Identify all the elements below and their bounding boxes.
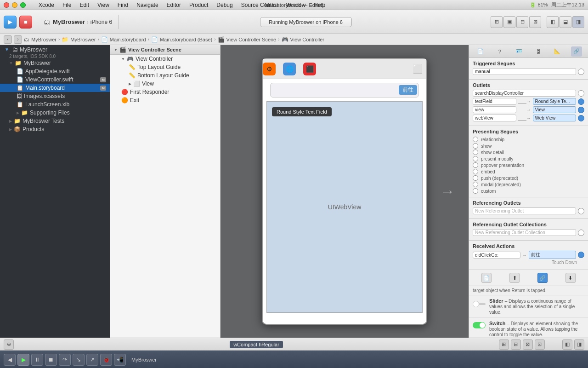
segue-dot[interactable] (473, 162, 478, 168)
library-item-switch[interactable]: Switch – Displays an element showing the… (469, 318, 588, 338)
minimize-btn[interactable] (12, 2, 17, 8)
editor-toggle-assistant[interactable]: ⊟ (516, 16, 528, 28)
menu-debug[interactable]: Debug (213, 1, 236, 9)
nav-forward[interactable]: › (14, 35, 22, 44)
canvas[interactable]: ⚙ 🌐 ⬛ ⬜ 前往 Round Style Text Field (220, 45, 469, 338)
outlet-dot[interactable] (578, 90, 584, 97)
maximize-btn[interactable] (20, 2, 26, 8)
tab-identity[interactable]: 🪪 (514, 46, 525, 57)
outlet-dot-filled[interactable] (578, 107, 584, 113)
segue-dot[interactable] (473, 156, 478, 161)
scene-item-exit[interactable]: 🟠 Exit (110, 96, 220, 104)
scene-item-firstresponder[interactable]: 🔴 First Responder (110, 88, 220, 96)
outlet-dot-filled[interactable] (578, 115, 584, 121)
breadcrumb-6[interactable]: View Controller (290, 37, 324, 42)
sidebar-item-mainstoryboard[interactable]: 📋 Main.storyboard M (0, 84, 110, 92)
segue-dot[interactable] (473, 175, 478, 181)
outlet-dot-filled[interactable] (578, 98, 584, 105)
sidebar-item-appdelegate[interactable]: 📄 AppDelegate.swift (0, 67, 110, 75)
sidebar-root[interactable]: ▼ 🗂 MyBroswer (0, 45, 110, 54)
breadcrumb-5[interactable]: View Controller Scene (226, 37, 277, 42)
panel-bottom-toggle[interactable]: ⬓ (560, 16, 571, 28)
tab-quickhelp[interactable]: ? (494, 46, 505, 57)
segue-dot[interactable] (473, 150, 478, 155)
view-btn-2[interactable]: ⊟ (511, 339, 521, 350)
scene-item-view[interactable]: ▶ ⬜ View (110, 80, 220, 88)
segue-dot[interactable] (473, 188, 478, 194)
view-btn-3[interactable]: ⊠ (523, 339, 533, 350)
referencing-collections-header: Referencing Outlet Collections (473, 222, 584, 227)
sidebar-item-launchscreen[interactable]: 📋 LaunchScreen.xib (0, 100, 110, 109)
size-class-btn[interactable]: wCompact hRegular (230, 341, 283, 348)
stop-button[interactable]: ■ (19, 16, 32, 29)
menu-product[interactable]: Product (186, 1, 212, 9)
view-btn-4[interactable]: ⊡ (535, 339, 545, 350)
go-button[interactable]: 前往 (399, 85, 417, 95)
run-button[interactable]: ▶ (4, 16, 17, 29)
nav-back[interactable]: ‹ (4, 35, 12, 44)
close-btn[interactable] (4, 2, 9, 8)
editor-toggle-standard[interactable]: ▣ (503, 16, 515, 28)
menu-view[interactable]: View (94, 1, 113, 9)
panel-left-toggle[interactable]: ◧ (547, 16, 559, 28)
action-dot[interactable] (578, 252, 584, 258)
inspector-icon-2[interactable]: ⬆ (509, 273, 520, 283)
view-btn-1[interactable]: ⊞ (499, 339, 509, 350)
sidebar-item-tests[interactable]: ▶ 📁 MyBroswer Tests (0, 117, 110, 125)
menu-navigate[interactable]: Navigate (133, 1, 162, 9)
segue-dot[interactable] (473, 137, 478, 142)
tab-attributes[interactable]: 🎛 (532, 46, 543, 57)
sidebar-item-supporting[interactable]: ▶ 📁 Supporting Files (0, 109, 110, 117)
collapse-icon[interactable]: ▼ (114, 48, 118, 52)
bottom-btn-run[interactable]: ▶ (17, 354, 29, 366)
bottom-btn-1[interactable]: ◀ (4, 354, 16, 366)
scene-item-viewcontroller[interactable]: ▼ 🎮 View Controller (110, 55, 220, 63)
bottom-btn-simulate[interactable]: 📲 (114, 354, 126, 366)
editor-toggle-version[interactable]: ⊠ (529, 16, 541, 28)
menu-xcode[interactable]: Xcode (35, 1, 58, 9)
navigator-toggle[interactable]: ⊞ (491, 16, 503, 28)
run-status-label: Running MyBroswer on iPhone 6 (260, 17, 352, 27)
inspector-icon-3-active[interactable]: 🔗 (537, 273, 548, 283)
tab-connections[interactable]: 🔗 (571, 46, 582, 57)
segue-dot[interactable] (473, 143, 478, 149)
library-item-slider[interactable]: Slider – Displays a continuous range of … (469, 295, 588, 318)
menu-editor[interactable]: Editor (163, 1, 185, 9)
breadcrumb-1[interactable]: MyBroswer (31, 37, 57, 42)
bottom-btn-pause[interactable]: ⏸ (31, 354, 43, 366)
breadcrumb-2[interactable]: MyBroswer (70, 37, 96, 42)
new-outlet-dot[interactable] (578, 208, 584, 214)
bottom-btn-debug[interactable]: 🐞 (100, 354, 112, 366)
sidebar-item-mybroswer[interactable]: ▼ 📁 MyBroswer (0, 59, 110, 67)
inspector-icon-1[interactable]: 📄 (481, 273, 492, 283)
bottom-btn-step-out[interactable]: ↗ (86, 354, 98, 366)
tab-file[interactable]: 📄 (475, 46, 486, 57)
segue-dot[interactable] (473, 169, 478, 174)
sidebar-item-images[interactable]: 🖼 Images.xcassets (0, 92, 110, 100)
bottom-btn-step-in[interactable]: ↘ (73, 354, 85, 366)
menu-edit[interactable]: Edit (76, 1, 93, 9)
menu-find[interactable]: Find (114, 1, 132, 9)
segue-manual-dot[interactable] (578, 69, 584, 75)
triggered-segues-section: Triggered Segues manual (469, 58, 588, 80)
connector-arrow: ⎯⎯⎯→ (518, 115, 531, 121)
inspector-icon-4[interactable]: ⬇ (565, 273, 576, 283)
bottom-btn-stop[interactable]: ⏹ (45, 354, 57, 366)
breadcrumb-3[interactable]: Main.storyboard (110, 37, 146, 42)
menu-file[interactable]: File (59, 1, 75, 9)
bottom-btn-step-over[interactable]: ↷ (59, 354, 71, 366)
sidebar-item-viewcontroller[interactable]: 📄 ViewController.swift M (0, 75, 110, 84)
new-collection-dot[interactable] (578, 230, 584, 236)
zoom-out-btn[interactable]: ⊖ (4, 339, 14, 350)
scene-item-bottomlayout[interactable]: 📏 Bottom Layout Guide (110, 71, 220, 80)
segue-dot[interactable] (473, 182, 478, 187)
breadcrumb-4[interactable]: Main.storyboard (Base) (160, 37, 212, 42)
scene-item-toplayout[interactable]: 📏 Top Layout Guide (110, 63, 220, 71)
inspector-btn-2[interactable]: ◨ (574, 339, 584, 350)
tab-size[interactable]: 📐 (552, 46, 563, 57)
sidebar-item-products[interactable]: ▶ 📦 Products (0, 125, 110, 133)
inspector-btn-1[interactable]: ◧ (562, 339, 572, 350)
traffic-lights[interactable] (4, 2, 26, 8)
panel-right-toggle[interactable]: ◨ (572, 16, 584, 28)
search-bar[interactable] (270, 83, 419, 98)
